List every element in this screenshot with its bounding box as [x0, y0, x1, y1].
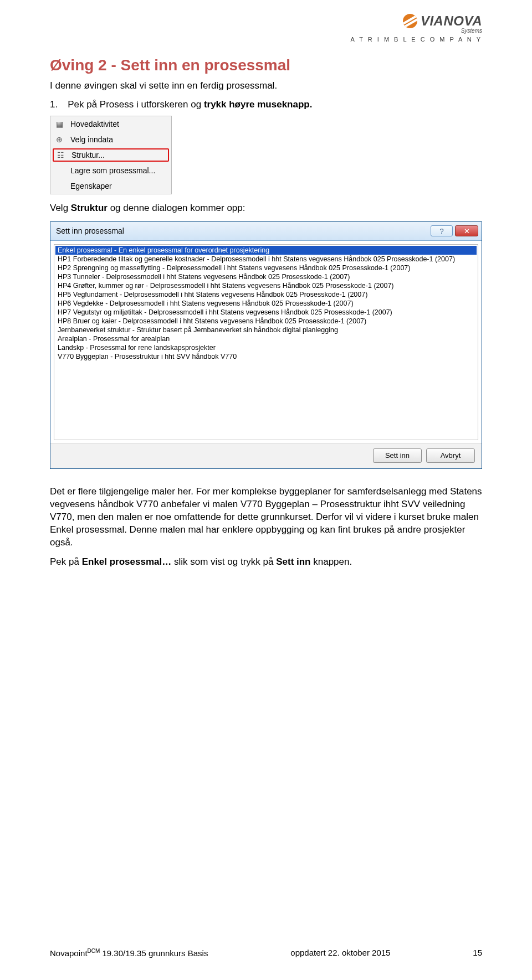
- menu-label: Egenskaper: [70, 182, 165, 190]
- list-item[interactable]: Arealplan - Prosessmal for arealplan: [55, 334, 477, 343]
- list-item[interactable]: HP6 Vegdekke - Delprosessmodell i hht St…: [55, 299, 477, 308]
- list-item[interactable]: HP5 Vegfundament - Delprosessmodell i hh…: [55, 290, 477, 299]
- activity-icon: ▦: [54, 120, 65, 128]
- list-item[interactable]: Jernbaneverket struktur - Struktur baser…: [55, 326, 477, 334]
- list-item[interactable]: HP3 Tunneler - Delprosessmodell i hht St…: [55, 272, 477, 281]
- list-item[interactable]: Enkel prosessmal - En enkel prosessmal f…: [55, 246, 477, 255]
- insert-button[interactable]: Sett inn: [373, 448, 422, 463]
- footer-center: oppdatert 22. oktober 2015: [290, 948, 390, 958]
- footer-page-number: 15: [473, 948, 482, 958]
- step-number: 1.: [50, 99, 58, 110]
- menu-label: Struktur...: [71, 151, 163, 159]
- data-icon: ⊕: [54, 135, 65, 144]
- list-item[interactable]: V770 Byggeplan - Prosesstruktur i hht SV…: [55, 352, 477, 361]
- logo-brand-sub: Systems: [351, 28, 482, 34]
- instruction-paragraph: Pek på Enkel prosessmal… slik som vist o…: [50, 556, 482, 569]
- step-text: Pek på Prosess i utforskeren og trykk hø…: [68, 99, 312, 110]
- brand-logo: VIANOVA Systems A T R I M B L E C O M P …: [351, 13, 482, 43]
- list-item[interactable]: HP2 Sprengning og masseflytting - Delpro…: [55, 264, 477, 272]
- structure-icon: ☷: [55, 151, 66, 159]
- close-button[interactable]: ✕: [455, 225, 478, 236]
- list-item[interactable]: HP7 Vegutstyr og miljøtiltak - Delproses…: [55, 308, 477, 317]
- dialog-titlebar[interactable]: Sett inn prosessmal ? ✕: [50, 222, 482, 241]
- menu-label: Velg inndata: [70, 135, 165, 144]
- cancel-button[interactable]: Avbryt: [426, 448, 475, 463]
- context-menu-item-struktur[interactable]: ☷ Struktur...: [53, 148, 169, 162]
- context-menu-item[interactable]: Egenskaper: [50, 178, 171, 194]
- logo-icon: [403, 14, 417, 28]
- dialog-sett-inn-prosessmal: Sett inn prosessmal ? ✕ Enkel prosessmal…: [50, 221, 482, 469]
- list-item[interactable]: HP1 Forberedende tiltak og generelle kos…: [55, 255, 477, 264]
- footer-left: NovapointDCM 19.30/19.35 grunnkurs Basis: [50, 948, 208, 958]
- list-empty-area: [55, 361, 477, 439]
- help-button[interactable]: ?: [431, 225, 453, 236]
- menu-label: Hovedaktivitet: [70, 120, 165, 128]
- explanation-paragraph: Det er flere tilgjengelige maler her. Fo…: [50, 486, 482, 549]
- dialog-listbox[interactable]: Enkel prosessmal - En enkel prosessmal f…: [54, 244, 478, 440]
- intro-text: I denne øvingen skal vi sette inn en fer…: [50, 80, 482, 92]
- page-title: Øving 2 - Sett inn en prosessmal: [50, 56, 482, 74]
- logo-tagline: A T R I M B L E C O M P A N Y: [351, 36, 482, 43]
- list-item[interactable]: HP4 Grøfter, kummer og rør - Delprosessm…: [55, 281, 477, 290]
- context-menu-item[interactable]: ⊕ Velg inndata: [50, 132, 171, 147]
- after-menu-text: Velg Struktur og denne dialogen kommer o…: [50, 202, 482, 215]
- menu-label: Lagre som prosessmal...: [70, 166, 165, 175]
- logo-brand: VIANOVA: [421, 13, 482, 29]
- context-menu-item[interactable]: ▦ Hovedaktivitet: [50, 116, 171, 132]
- context-menu-item[interactable]: Lagre som prosessmal...: [50, 163, 171, 178]
- step-1: 1. Pek på Prosess i utforskeren og trykk…: [50, 99, 482, 110]
- page-footer: NovapointDCM 19.30/19.35 grunnkurs Basis…: [50, 948, 482, 958]
- dialog-title: Sett inn prosessmal: [56, 226, 428, 235]
- list-item[interactable]: HP8 Bruer og kaier - Delprosessmodell i …: [55, 317, 477, 326]
- dialog-button-row: Sett inn Avbryt: [50, 443, 482, 468]
- list-item[interactable]: Landskp - Prosessmal for rene landskapsp…: [55, 343, 477, 352]
- context-menu: ▦ Hovedaktivitet ⊕ Velg inndata ☷ Strukt…: [50, 116, 172, 194]
